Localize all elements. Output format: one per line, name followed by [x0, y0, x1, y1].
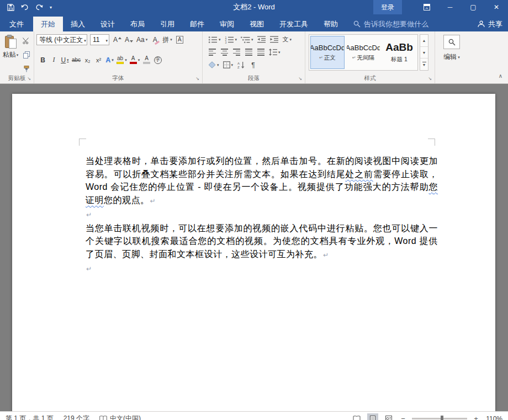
find-button[interactable] [443, 35, 460, 49]
styles-scroll-up-button[interactable]: ▲ [420, 35, 428, 47]
increase-indent-button[interactable] [269, 34, 280, 45]
close-button[interactable]: ✕ [485, 0, 508, 14]
bullet-list-button[interactable] [207, 34, 222, 45]
cut-button[interactable] [21, 35, 31, 46]
phonetic-guide-button[interactable]: 拼 [161, 35, 173, 45]
align-center-button[interactable] [219, 47, 230, 57]
tab-布局[interactable]: 布局 [123, 17, 152, 31]
character-shading-button[interactable]: A [141, 55, 152, 65]
italic-button[interactable]: I [49, 55, 59, 65]
ribbon-display-options-icon [424, 4, 430, 10]
font-name-combo[interactable]: 等线 (中文正文 [36, 34, 87, 45]
decrease-indent-button[interactable] [256, 34, 267, 45]
multilevel-list-button[interactable] [240, 34, 255, 45]
bold-button[interactable]: B [38, 55, 48, 65]
highlight-color-button[interactable]: ab [115, 55, 128, 65]
zoom-level[interactable]: 110% [485, 415, 502, 420]
shrink-font-button[interactable]: A [124, 35, 134, 45]
sign-in-button[interactable]: 登录 [373, 0, 402, 14]
search-icon [353, 20, 361, 28]
subscript-button[interactable]: x₂ [82, 55, 93, 65]
tab-帮助[interactable]: 帮助 [316, 17, 346, 31]
highlight-icon: ab [117, 56, 124, 64]
change-case-button[interactable]: Aa [135, 35, 149, 45]
distribute-button[interactable] [256, 47, 266, 57]
borders-button[interactable] [222, 60, 235, 70]
tab-file[interactable]: 文件 [0, 17, 33, 31]
document-text[interactable]: 当处理表格时，单击要添加行或列的位置，然后单击加号。在新的阅读视图中阅读更加容易… [86, 155, 438, 276]
paragraph-dialog-launcher[interactable] [297, 76, 303, 82]
tab-设计[interactable]: 设计 [93, 17, 123, 31]
justify-button[interactable] [244, 47, 254, 57]
ribbon: 粘贴 剪贴板 等线 (中文正文 11 [0, 31, 508, 84]
redo-button[interactable] [33, 1, 46, 13]
tab-视图[interactable]: 视图 [242, 17, 272, 31]
zoom-slider-thumb[interactable] [441, 416, 443, 420]
superscript-button[interactable]: x² [93, 55, 104, 65]
character-border-button[interactable]: A [174, 35, 185, 45]
tab-开始[interactable]: 开始 [33, 17, 63, 31]
tab-插入[interactable]: 插入 [63, 17, 93, 31]
paragraph[interactable]: 当您单击联机视频时，可以在想要添加的视频的嵌入代码中进行粘贴。您也可以键入一个关… [86, 222, 438, 262]
ribbon-tabs: 开始插入设计布局引用邮件审阅视图开发工具帮助 [33, 17, 346, 31]
strikethrough-button[interactable]: abc [71, 55, 82, 65]
save-button[interactable] [4, 1, 17, 13]
style-无间隔[interactable]: AaBbCcDd↵无间隔 [346, 36, 380, 69]
format-painter-button[interactable] [21, 64, 31, 75]
clipboard-dialog-launcher[interactable] [26, 76, 32, 82]
paragraph[interactable]: ↵ [86, 208, 438, 222]
tab-邮件[interactable]: 邮件 [182, 17, 212, 31]
collapse-ribbon-button[interactable]: ∧ [499, 73, 502, 79]
zoom-slider[interactable] [412, 418, 467, 419]
read-mode-button[interactable] [351, 413, 362, 420]
zoom-out-button[interactable]: − [399, 414, 407, 420]
tab-开发工具[interactable]: 开发工具 [272, 17, 316, 31]
numbered-list-button[interactable]: 123 [224, 34, 239, 45]
language-indicator[interactable]: 中文(中国) [99, 414, 141, 420]
document-page[interactable]: 当处理表格时，单击要添加行或列的位置，然后单击加号。在新的阅读视图中阅读更加容易… [12, 94, 495, 411]
web-layout-button[interactable] [383, 413, 394, 420]
copy-button[interactable] [21, 50, 31, 60]
clear-formatting-button[interactable]: A [150, 35, 160, 45]
font-size-combo[interactable]: 11 [90, 34, 109, 45]
paste-button[interactable]: 粘贴 [2, 34, 19, 75]
text-effects-button[interactable]: A [104, 55, 115, 65]
word-count[interactable]: 219 个字 [64, 414, 89, 420]
customize-quick-access-button[interactable]: ▾ [47, 1, 55, 13]
line-spacing-button[interactable] [268, 47, 282, 57]
shading-button[interactable] [207, 60, 220, 70]
print-layout-button[interactable] [367, 413, 378, 420]
paragraph-mark: ↵ [86, 211, 92, 219]
styles-more-button[interactable]: ▼ [420, 59, 428, 70]
styles-dialog-launcher[interactable] [427, 76, 433, 82]
save-icon [7, 4, 14, 11]
underline-button[interactable]: U [60, 55, 70, 65]
style-标题 1[interactable]: AaBb标题 1 [382, 36, 416, 69]
font-color-button[interactable]: A [129, 55, 141, 65]
ribbon-tab-bar: 文件 开始插入设计布局引用邮件审阅视图开发工具帮助 告诉我你想要做什么 共享 [0, 14, 508, 31]
paragraph[interactable]: 当处理表格时，单击要添加行或列的位置，然后单击加号。在新的阅读视图中阅读更加容易… [86, 155, 438, 208]
tell-me-box[interactable]: 告诉我你想要做什么 [353, 17, 428, 31]
grow-font-button[interactable]: A [112, 35, 123, 45]
paragraph[interactable]: ↵ [86, 262, 438, 276]
enclose-character-button[interactable]: 字 [152, 55, 163, 65]
styles-scroll-down-button[interactable]: ▼ [420, 47, 428, 59]
ribbon-display-options-button[interactable] [415, 0, 438, 14]
editing-menu-button[interactable]: 编辑 [443, 52, 460, 62]
font-dialog-launcher[interactable] [194, 76, 200, 82]
page-indicator[interactable]: 第 1 页，共 1 页 [6, 414, 54, 420]
align-right-button[interactable] [231, 47, 242, 57]
zoom-in-button[interactable]: + [472, 414, 480, 420]
sort-button[interactable]: AZ [236, 60, 246, 70]
tab-审阅[interactable]: 审阅 [212, 17, 242, 31]
share-button[interactable]: 共享 [478, 17, 508, 31]
minimize-button[interactable]: ─ [438, 0, 462, 14]
style-正文[interactable]: AaBbCcDd↵正文 [310, 36, 345, 69]
maximize-button[interactable]: ▢ [462, 0, 485, 14]
svg-text:A: A [237, 62, 240, 65]
asian-layout-button[interactable]: 文 [282, 34, 293, 45]
show-formatting-marks-button[interactable]: ¶ [248, 60, 258, 70]
undo-button[interactable] [18, 1, 31, 13]
align-left-button[interactable] [207, 47, 218, 57]
tab-引用[interactable]: 引用 [152, 17, 182, 31]
